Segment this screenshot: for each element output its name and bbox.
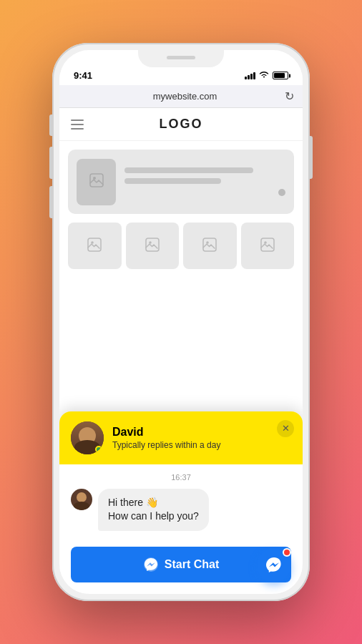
agent-avatar [71,421,104,454]
svg-rect-2 [88,238,101,251]
speaker [167,56,195,59]
card-item-4 [241,223,295,269]
hero-section [68,150,294,214]
volume-up-button [49,147,52,179]
svg-rect-0 [90,174,103,187]
agent-name: David [112,426,291,439]
svg-rect-8 [261,238,274,251]
website-content: LOGO [59,108,303,594]
online-indicator [95,446,102,453]
message-line2: How can I help you? [108,510,199,522]
phone-screen: 9:41 [59,50,303,594]
card-item-3 [183,223,237,269]
notch [138,50,224,67]
card-item-2 [126,223,180,269]
fab-notification-badge [283,548,291,557]
message-bubble: Hi there 👋 How can I help you? [98,489,209,531]
chat-close-button[interactable]: ✕ [277,420,294,437]
status-time: 9:41 [74,70,92,81]
message-row: Hi there 👋 How can I help you? [71,489,291,531]
power-button [310,136,313,179]
hero-text-placeholder [124,167,285,196]
phone-frame: 9:41 [52,43,310,601]
refresh-button[interactable]: ↻ [285,89,294,103]
chat-messages: 16:37 Hi there 👋 How can I help you? [59,464,303,540]
signal-icon [245,72,255,79]
battery-icon [273,72,288,79]
status-icons [245,71,288,80]
mute-button [49,114,52,136]
site-logo: LOGO [160,117,203,132]
chat-header-info: David Typically replies within a day [112,426,291,450]
card-image-icon-2 [145,238,160,255]
hero-image [77,159,116,205]
messenger-icon [143,557,159,572]
wifi-icon [259,71,269,80]
message-timestamp: 16:37 [71,473,291,482]
svg-rect-6 [203,238,216,251]
cards-grid [59,223,303,269]
card-image-icon-3 [202,238,217,255]
svg-rect-4 [146,238,159,251]
browser-bar: mywebsite.com ↻ [59,85,303,108]
image-icon [89,172,104,192]
card-image-icon-1 [87,238,102,255]
browser-url: mywebsite.com [85,91,285,102]
hamburger-menu[interactable] [71,119,84,130]
message-avatar [71,489,92,510]
card-image-icon-4 [260,238,275,255]
site-navbar: LOGO [59,108,303,141]
messenger-fab-button[interactable] [257,548,291,582]
card-item-1 [68,223,122,269]
agent-status: Typically replies within a day [112,440,291,450]
chat-header: David Typically replies within a day ✕ [59,411,303,464]
volume-down-button [49,186,52,218]
message-line1: Hi there 👋 [108,497,158,508]
start-chat-label: Start Chat [165,558,219,571]
messenger-fab-icon [265,556,283,575]
